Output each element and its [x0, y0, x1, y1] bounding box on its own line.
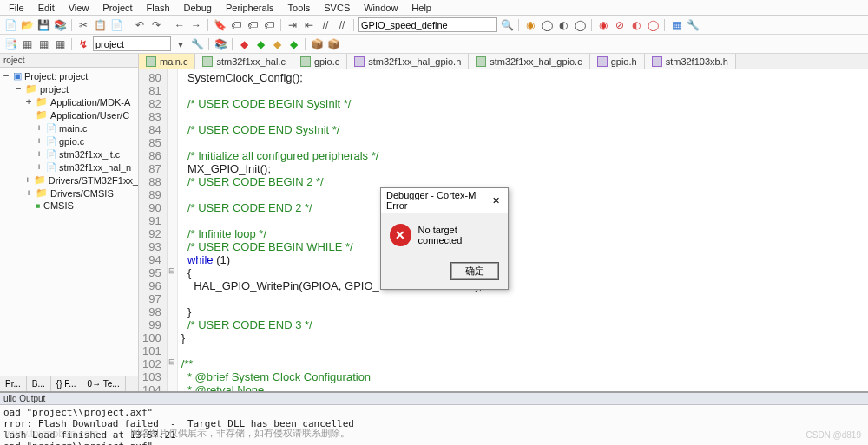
- copy-icon[interactable]: 📋: [93, 18, 107, 32]
- download-icon[interactable]: ↯: [76, 37, 90, 51]
- options-icon[interactable]: 🔧: [190, 37, 204, 51]
- kill-icon[interactable]: ◐: [629, 18, 643, 32]
- dialog-title-text: Debugger - Cortex-M Error: [386, 190, 490, 211]
- pack-manager-icon[interactable]: 📦: [326, 37, 340, 51]
- editor-tab[interactable]: stm32f1xx_hal.c: [195, 54, 293, 69]
- insert-icon[interactable]: ◉: [596, 18, 610, 32]
- tree-item[interactable]: +📄 main.c: [0, 121, 138, 134]
- menu-help[interactable]: Help: [406, 2, 437, 14]
- window-icon[interactable]: ▦: [669, 18, 683, 32]
- menu-file[interactable]: File: [3, 2, 30, 14]
- pack-red-icon[interactable]: ◆: [237, 37, 251, 51]
- bookmark-clear-icon[interactable]: 🏷: [262, 18, 276, 32]
- tab-label: main.c: [160, 56, 187, 67]
- editor-tab[interactable]: gpio.c: [293, 54, 347, 69]
- outdent-icon[interactable]: ⇤: [302, 18, 316, 32]
- tree-item[interactable]: +📄 stm32f1xx_it.c: [0, 147, 138, 160]
- menu-tools[interactable]: Tools: [283, 2, 316, 14]
- debug-icon[interactable]: ◉: [523, 18, 537, 32]
- code-content[interactable]: SystemClock_Config(); /* USER CODE BEGIN…: [178, 69, 868, 391]
- menu-peripherals[interactable]: Peripherals: [220, 2, 279, 14]
- dialog-message: No target connected: [418, 225, 499, 245]
- find-icon[interactable]: 🔍: [500, 18, 514, 32]
- pack-green2-icon[interactable]: ◆: [286, 37, 300, 51]
- tree-item[interactable]: +📁 Drivers/CMSIS: [0, 187, 138, 200]
- pack-yellow-icon[interactable]: ◆: [270, 37, 284, 51]
- project-tab[interactable]: {} F...: [51, 376, 82, 391]
- tree-item[interactable]: +📁 Application/MDK-A: [0, 95, 138, 108]
- footer-credit: CSDN @d819: [806, 430, 861, 440]
- tree-item-label: gpio.c: [59, 136, 84, 147]
- build-toolbar: 📑 ▦ ▦ ▦ ↯ ▾ 🔧 📚 ◆ ◆ ◆ ◆ 📦 📦: [0, 35, 868, 54]
- dialog-titlebar[interactable]: Debugger - Cortex-M Error ✕: [381, 188, 508, 213]
- menu-debug[interactable]: Debug: [179, 2, 217, 14]
- project-tab[interactable]: Pr...: [0, 376, 27, 391]
- menu-edit[interactable]: Edit: [33, 2, 60, 14]
- separator: [280, 19, 281, 31]
- new-icon[interactable]: 📄: [3, 18, 17, 32]
- separator: [208, 38, 209, 50]
- breakpoint-disable-icon[interactable]: ◯: [573, 18, 587, 32]
- comment-icon[interactable]: //: [319, 18, 332, 32]
- undo-icon[interactable]: ↶: [133, 18, 147, 32]
- build-icon[interactable]: ▦: [20, 37, 34, 51]
- ok-button[interactable]: 确定: [450, 262, 499, 280]
- batch-build-icon[interactable]: ▦: [53, 37, 67, 51]
- tree-item[interactable]: +📁 Drivers/STM32F1xx_: [0, 173, 138, 187]
- translate-icon[interactable]: 📑: [3, 37, 17, 51]
- tree-item[interactable]: −📁 project: [0, 82, 138, 95]
- saveall-icon[interactable]: 📚: [53, 18, 67, 32]
- pack-installer-icon[interactable]: 📦: [310, 37, 324, 51]
- find-combo[interactable]: [358, 17, 497, 32]
- pack-green-icon[interactable]: ◆: [253, 37, 267, 51]
- project-tab[interactable]: 0→ Te...: [82, 376, 126, 391]
- dropdown-icon[interactable]: ▾: [174, 37, 187, 51]
- reset-icon[interactable]: ◯: [646, 18, 660, 32]
- close-icon[interactable]: ✕: [490, 193, 503, 207]
- editor-tab[interactable]: main.c: [139, 54, 195, 69]
- editor-tab[interactable]: stm32f1xx_hal_gpio.h: [347, 54, 469, 69]
- tab-label: gpio.c: [314, 56, 339, 67]
- tree-item[interactable]: −📁 Application/User/C: [0, 108, 138, 121]
- redo-icon[interactable]: ↷: [149, 18, 163, 32]
- bookmark-next-icon[interactable]: 🏷: [246, 18, 260, 32]
- editor-tab[interactable]: gpio.h: [590, 54, 645, 69]
- config-wizard-icon[interactable]: 🔧: [686, 18, 700, 32]
- indent-icon[interactable]: ⇥: [286, 18, 299, 32]
- tree-item[interactable]: ◆ CMSIS: [0, 200, 138, 212]
- breakpoint-icon[interactable]: ◯: [540, 18, 554, 32]
- menu-project[interactable]: Project: [97, 2, 137, 14]
- project-tab[interactable]: B...: [27, 376, 51, 391]
- paste-icon[interactable]: 📄: [109, 18, 123, 32]
- rebuild-icon[interactable]: ▦: [36, 37, 50, 51]
- filetype-icon: [652, 56, 662, 67]
- back-icon[interactable]: ←: [173, 18, 187, 32]
- menu-view[interactable]: View: [63, 2, 95, 14]
- fold-column[interactable]: ⊟⊟: [168, 69, 178, 391]
- file-icon: 📄: [46, 123, 56, 133]
- forward-icon[interactable]: →: [189, 18, 203, 32]
- folder-icon: 📁: [34, 174, 46, 186]
- open-icon[interactable]: 📂: [20, 18, 34, 32]
- project-tree[interactable]: −▣ Project: project −📁 project+📁 Applica…: [0, 68, 138, 376]
- save-icon[interactable]: 💾: [36, 18, 50, 32]
- tree-item-label: Drivers/CMSIS: [50, 188, 114, 199]
- target-combo[interactable]: [93, 36, 171, 51]
- remove-icon[interactable]: ⊘: [613, 18, 627, 32]
- menu-svcs[interactable]: SVCS: [319, 2, 355, 14]
- tree-item[interactable]: +📄 gpio.c: [0, 134, 138, 147]
- menu-flash[interactable]: Flash: [141, 2, 175, 14]
- editor-tab[interactable]: stm32f103xb.h: [645, 54, 736, 69]
- bookmark-prev-icon[interactable]: 🏷: [229, 18, 243, 32]
- filetype-icon: [300, 56, 311, 67]
- tree-item[interactable]: +📄 stm32f1xx_hal_n: [0, 160, 138, 173]
- editor-tab[interactable]: stm32f1xx_hal_gpio.c: [469, 54, 589, 69]
- menu-window[interactable]: Window: [358, 2, 403, 14]
- filetype-icon: [597, 56, 608, 67]
- cut-icon[interactable]: ✂: [76, 18, 90, 32]
- bookmark-icon[interactable]: 🔖: [213, 18, 227, 32]
- manage-icon[interactable]: 📚: [214, 37, 227, 51]
- uncomment-icon[interactable]: //: [335, 18, 349, 32]
- project-root-label[interactable]: Project: project: [24, 71, 88, 82]
- breakpoint-enable-icon[interactable]: ◐: [556, 18, 570, 32]
